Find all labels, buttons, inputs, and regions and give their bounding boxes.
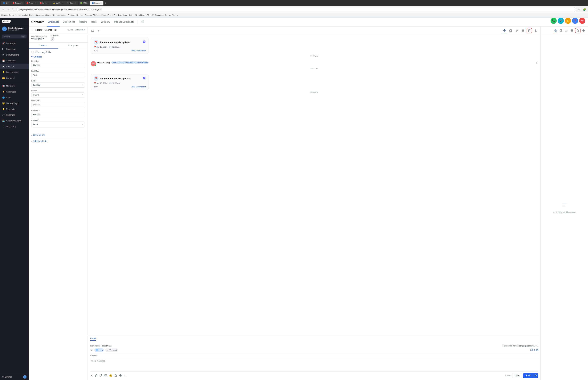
document-view-button[interactable]: [575, 28, 581, 33]
add-follower-button[interactable]: +: [51, 37, 55, 41]
phone-input[interactable]: Phone ✏: [31, 92, 85, 97]
general-info-section[interactable]: › General Info: [31, 132, 85, 138]
navigate-icon[interactable]: [142, 76, 146, 81]
tab-company[interactable]: Company: [100, 18, 111, 27]
cc-button[interactable]: CC: [530, 349, 533, 351]
sidebar-item-calendars[interactable]: 📅 Calendars: [0, 58, 29, 64]
back-button[interactable]: ←: [31, 28, 34, 31]
document-toolbar-button[interactable]: [527, 28, 532, 33]
sidebar-item-reputation[interactable]: ⭐ Reputation: [0, 106, 29, 112]
dollar-button[interactable]: [119, 374, 122, 378]
browser-tab[interactable]: 🔴Prop... ✕: [25, 1, 38, 5]
sidebar-item-launchpad[interactable]: 🚀 Launchpad: [0, 40, 29, 46]
navigate-icon[interactable]: [142, 40, 146, 44]
tab-smart-lists[interactable]: Smart Lists: [47, 18, 59, 27]
sidebar-item-marketing[interactable]: 📢 Marketing: [0, 83, 29, 89]
view-appointment-button[interactable]: View appointment: [131, 50, 146, 52]
bcc-button[interactable]: BCC: [534, 349, 538, 351]
sidebar-item-automation[interactable]: ⚡ Automation: [0, 89, 29, 95]
settings-button[interactable]: [140, 19, 145, 25]
browser-tab[interactable]: 🔴Road... ✕: [11, 1, 24, 5]
tab-company[interactable]: Company: [58, 42, 88, 49]
bookmark-item[interactable]: Universal Agency I...: [1, 14, 17, 16]
dollar-toolbar-button[interactable]: [533, 28, 538, 33]
sidebar-item-opportunities[interactable]: 💡 Opportunities: [0, 69, 29, 75]
task-view-button[interactable]: [559, 28, 564, 33]
tab-close-icon[interactable]: ✕: [7, 2, 9, 4]
compose-tab-email[interactable]: Email: [90, 337, 96, 341]
bookmark-more[interactable]: »: [177, 14, 178, 16]
bookmark-item[interactable]: Product Sheet - G...: [102, 14, 116, 16]
browser-tab[interactable]: 🔒My Fi... ✕: [51, 1, 65, 5]
view-appointment-button[interactable]: View appointment: [131, 86, 146, 88]
calendar-toolbar-button[interactable]: [520, 28, 525, 33]
tab-close-icon[interactable]: ✕: [48, 2, 49, 4]
user-avatar[interactable]: HG: [579, 18, 585, 24]
hide-empty-checkbox[interactable]: [31, 51, 34, 53]
email-input[interactable]: harshitg ✏: [31, 82, 85, 88]
filter-toolbar-button[interactable]: [96, 28, 101, 33]
edit-toolbar-button[interactable]: [514, 28, 519, 33]
browser-tab-active[interactable]: 🔵Docu... ✕: [90, 1, 104, 5]
message-menu-button[interactable]: ⋮: [535, 61, 537, 64]
tab-manage-smart-lists[interactable]: Manage Smart Lists: [114, 18, 134, 27]
sidebar-collapse-button[interactable]: ‹: [23, 375, 27, 379]
search-input[interactable]: Search ⌘K: [2, 35, 27, 38]
bookmark-item[interactable]: Roadmap Q1-24 |...: [85, 14, 100, 16]
activity-toolbar-button[interactable]: [502, 28, 507, 33]
activity-view-button[interactable]: [553, 28, 558, 33]
bookmark-item[interactable]: Documents & Con...: [36, 14, 51, 16]
sidebar-item-sites[interactable]: 🌐 Sites: [0, 95, 29, 100]
last-name-input[interactable]: Test: [31, 73, 85, 78]
tab-restore[interactable]: Restore: [78, 18, 88, 27]
tab-close-icon[interactable]: ✕: [21, 2, 23, 4]
image-button[interactable]: [104, 374, 108, 378]
bookmark-item[interactable]: Solutions : HighLe...: [68, 14, 83, 16]
contact-type-select[interactable]: Lead ▾: [31, 122, 85, 127]
more-button[interactable]: +: [123, 374, 126, 378]
next-contact-button[interactable]: ▶: [84, 29, 85, 31]
bookmark-icon[interactable]: ☆: [577, 7, 581, 12]
notification-button[interactable]: 🔔: [565, 18, 571, 24]
extensions-icon[interactable]: 🧩: [582, 7, 587, 12]
sidebar-item-app-marketplace[interactable]: 🏪 App Marketplace: [0, 118, 29, 124]
browser-tab[interactable]: 🔵 U ✕: [1, 1, 11, 5]
new-tab-button[interactable]: +: [104, 1, 107, 5]
bookmark-item[interactable]: My Files: [169, 14, 175, 16]
bookmark-item[interactable]: (3) HighLevel - Off...: [135, 14, 151, 16]
nav-back-button[interactable]: ←: [1, 7, 5, 12]
tab-bulk-actions[interactable]: Bulk Actions: [62, 18, 76, 27]
first-name-input[interactable]: Harshit: [31, 63, 85, 68]
browser-tab[interactable]: 🟩1550...: [79, 1, 90, 5]
tab-contact[interactable]: Contact: [29, 42, 58, 49]
prev-contact-button[interactable]: ◀: [67, 29, 68, 31]
browser-tab[interactable]: 🔴Invoi... ✕: [38, 1, 51, 5]
browser-tab[interactable]: ⚫Clou... ✕: [65, 1, 78, 5]
tab-close-icon[interactable]: ✕: [35, 2, 36, 4]
tab-tasks[interactable]: Tasks: [90, 18, 97, 27]
sidebar-item-contacts[interactable]: Contacts: [0, 64, 29, 69]
sidebar-item-payments[interactable]: 💳 Payments: [0, 75, 29, 81]
document-button[interactable]: [114, 374, 117, 378]
attachment-button[interactable]: [94, 374, 98, 378]
bookmark-item[interactable]: Docs Home | High...: [118, 14, 133, 16]
voice-button[interactable]: 🎤: [558, 18, 564, 24]
clear-button[interactable]: Clear: [512, 373, 522, 378]
phone-button[interactable]: 📞: [550, 18, 557, 24]
help-button[interactable]: ❓: [572, 18, 578, 24]
contact-source-input[interactable]: Harshit: [31, 112, 85, 117]
sidebar-account[interactable]: H Harshit Sub-Account New York, NY ▾: [0, 25, 29, 33]
link-button[interactable]: [99, 374, 103, 378]
sidebar-item-mobile-app[interactable]: 📱 Mobile App: [0, 124, 29, 130]
emoji-button[interactable]: 😊: [109, 374, 113, 378]
contact-section-header[interactable]: ▾ Contact: [31, 56, 85, 58]
edit-icon[interactable]: ✏: [82, 84, 83, 86]
edit-view-button[interactable]: [564, 28, 569, 33]
owner-value[interactable]: Unassigned ▾: [31, 38, 47, 40]
dob-input[interactable]: Date Of: [31, 102, 85, 107]
settings-link[interactable]: ⚙ Settings: [2, 376, 12, 378]
edit-icon[interactable]: ✏: [82, 94, 83, 96]
tab-close-icon[interactable]: ✕: [62, 2, 63, 4]
nav-forward-button[interactable]: →: [6, 7, 10, 12]
bookmark-item[interactable]: app.pendo.io: Das...: [19, 14, 34, 16]
